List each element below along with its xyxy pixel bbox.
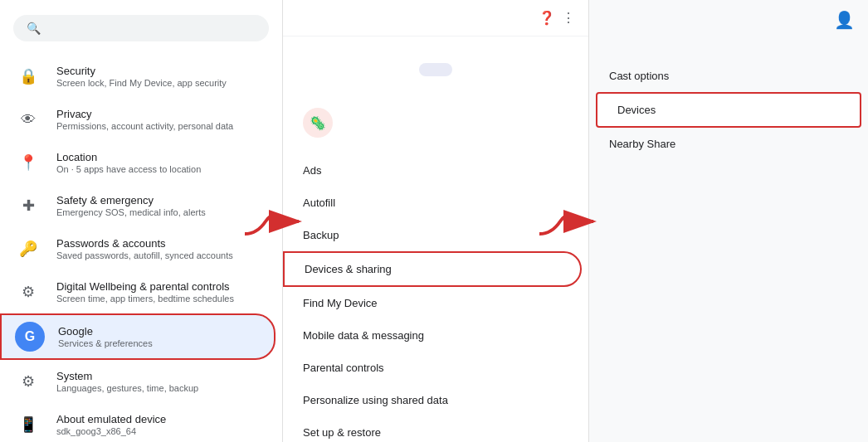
devices-sharing-panel: 👤 Cast optionsDevicesNearby Share [589,0,868,442]
safety-icon: ✚ [13,191,43,221]
middle-menu-item-parental[interactable]: Parental controls [283,352,582,384]
search-bar[interactable]: 🔍 [13,15,269,41]
sidebar-item-privacy[interactable]: 👁 Privacy Permissions, account activity,… [0,98,276,141]
arrow-1 [241,201,307,242]
search-icon: 🔍 [27,22,41,35]
middle-header-icons: ❓ ⋮ [539,10,575,26]
help-icon[interactable]: ❓ [539,10,555,26]
location-icon: 📍 [13,148,43,177]
security-icon: 🔒 [13,61,43,91]
sidebar-item-google-subtitle: Services & preferences [58,338,153,348]
sidebar-item-google-title: Google [58,325,153,338]
sidebar-item-security[interactable]: 🔒 Security Screen lock, Find My Device, … [0,55,276,98]
sidebar-item-location-title: Location [56,151,201,163]
sidebar-item-safety[interactable]: ✚ Safety & emergency Emergency SOS, medi… [0,184,276,227]
sign-in-button[interactable] [419,63,452,76]
right-profile-icon[interactable]: 👤 [834,10,855,30]
covid-icon: 🦠 [303,108,333,138]
right-menu-item-nearby_share[interactable]: Nearby Share [589,128,868,160]
google-panel-title [283,36,588,56]
middle-menu-item-setup[interactable]: Set up & restore [283,416,582,442]
middle-menu-item-personalize[interactable]: Personalize using shared data [283,384,582,416]
sidebar-item-passwords[interactable]: 🔑 Passwords & accounts Saved passwords, … [0,227,276,270]
settings-list-panel: 🔍 🔒 Security Screen lock, Find My Device… [0,0,282,442]
google-icon: G [15,322,45,352]
sidebar-item-privacy-title: Privacy [56,108,233,120]
right-panel-header: 👤 [589,0,868,40]
sidebar-item-system-title: System [56,370,198,382]
privacy-icon: 👁 [13,104,43,134]
sidebar-item-privacy-subtitle: Permissions, account activity, personal … [56,121,233,131]
covid-section-label [283,90,588,100]
sidebar-item-about-subtitle: sdk_goog3_x86_64 [56,426,166,436]
sidebar-item-wellbeing-subtitle: Screen time, app timers, bedtime schedul… [56,294,234,304]
more-options-icon[interactable]: ⋮ [562,10,575,26]
wellbeing-icon: ⚙ [13,277,43,307]
sidebar-item-passwords-subtitle: Saved passwords, autofill, synced accoun… [56,250,233,260]
covid-item: 🦠 [283,100,588,144]
sidebar-item-wellbeing-title: Digital Wellbeing & parental controls [56,280,234,293]
system-icon: ⚙ [13,367,43,396]
sidebar-item-security-title: Security [56,65,227,77]
sidebar-item-passwords-title: Passwords & accounts [56,237,233,250]
services-section-label [283,144,588,154]
sidebar-item-about-title: About emulated device [56,413,166,425]
devices-sharing-title [589,40,868,60]
arrow-2 [535,201,602,242]
middle-menu-item-find_device[interactable]: Find My Device [283,287,582,319]
sidebar-item-location[interactable]: 📍 Location On · 5 apps have access to lo… [0,141,276,184]
sidebar-item-wellbeing[interactable]: ⚙ Digital Wellbeing & parental controls … [0,270,276,313]
right-menu-item-cast_options[interactable]: Cast options [589,60,868,92]
sidebar-item-google[interactable]: G Google Services & preferences [0,313,276,360]
middle-menu-item-mobile_data[interactable]: Mobile data & messaging [283,319,582,352]
right-menu-item-devices[interactable]: Devices [596,92,861,128]
middle-menu-item-ads[interactable]: Ads [283,154,582,187]
middle-panel-header: ❓ ⋮ [283,0,588,36]
sidebar-item-safety-title: Safety & emergency [56,194,206,206]
sidebar-item-location-subtitle: On · 5 apps have access to location [56,164,201,174]
sidebar-item-security-subtitle: Screen lock, Find My Device, app securit… [56,78,227,88]
about-icon: 📱 [13,410,43,440]
sidebar-item-about[interactable]: 📱 About emulated device sdk_goog3_x86_64 [0,403,276,442]
sidebar-item-system[interactable]: ⚙ System Languages, gestures, time, back… [0,360,276,403]
sidebar-item-safety-subtitle: Emergency SOS, medical info, alerts [56,207,206,217]
sidebar-item-system-subtitle: Languages, gestures, time, backup [56,383,198,393]
passwords-icon: 🔑 [13,234,43,264]
middle-menu-item-devices_sharing[interactable]: Devices & sharing [283,251,582,287]
